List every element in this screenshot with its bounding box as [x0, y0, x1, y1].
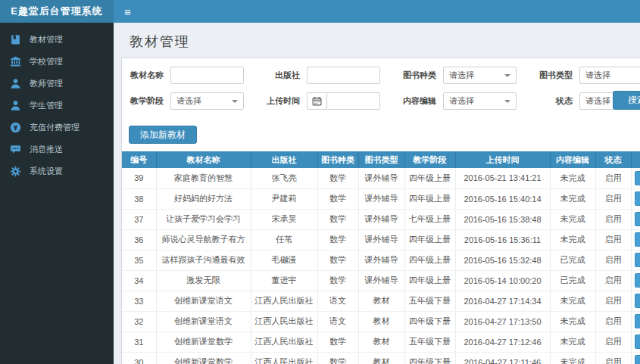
- table-body: 39家庭教育的智慧张飞亮数学课外辅导四年级上册2016-05-21 13:41:…: [122, 168, 640, 364]
- filter-row-2: 教学阶段 请选择 上传时间 内容编辑 请选择: [129, 92, 640, 110]
- cell-book-type: 课外辅导: [358, 250, 404, 270]
- sidebar-item-student-management[interactable]: 学生管理: [0, 95, 114, 117]
- sidebar-item-teacher-management[interactable]: 教师管理: [0, 73, 114, 95]
- row-action-button[interactable]: [635, 253, 640, 267]
- row-action-button[interactable]: [635, 232, 640, 247]
- cell-actions: [631, 250, 640, 270]
- payment-icon: [10, 122, 21, 133]
- textbook-table: 编号 教材名称 出版社 图书种类 图书类型 教学阶段 上传时间 内容编辑 状态 …: [122, 151, 640, 364]
- sidebar-item-system-settings[interactable]: 系统设置: [0, 160, 114, 182]
- cell-teaching-stage: 四年级下册: [404, 352, 455, 364]
- cell-upload-time: 2016-05-16 15:32:48: [455, 250, 550, 270]
- cell-status: 启用: [595, 250, 631, 270]
- row-action-button[interactable]: [635, 171, 640, 185]
- cell-book-type: 教材: [358, 331, 404, 352]
- cell-id: 31: [122, 331, 156, 352]
- selected-value: 请选择: [585, 95, 610, 107]
- row-action-button[interactable]: [635, 355, 640, 364]
- cell-textbook-name: 家庭教育的智慧: [156, 168, 251, 188]
- cell-textbook-name: 这样跟孩子沟通最有效: [156, 250, 251, 270]
- calendar-icon[interactable]: [307, 92, 326, 110]
- sidebar-item-payment-management[interactable]: 充值付费管理: [0, 117, 114, 138]
- cell-upload-time: 2016-05-16 15:40:14: [455, 188, 550, 209]
- cell-publisher: 江西人民出版社: [251, 352, 317, 364]
- search-button[interactable]: 搜索: [613, 91, 640, 110]
- upload-time-field: [307, 92, 380, 110]
- sidebar-item-label: 学生管理: [30, 100, 63, 111]
- sidebar-item-message-push[interactable]: 消息推送: [0, 138, 114, 160]
- content-edit-select[interactable]: 请选择: [443, 92, 517, 110]
- column-content-edit: 内容编辑: [550, 151, 595, 168]
- cell-status: 启用: [595, 352, 631, 364]
- filter-label: 内容编辑: [401, 95, 436, 107]
- cell-status: 启用: [595, 229, 631, 250]
- filter-book-category: 图书种类 请选择: [401, 67, 517, 84]
- cell-id: 39: [122, 168, 156, 188]
- page-title: 教材管理: [114, 23, 640, 58]
- cell-id: 34: [122, 270, 156, 291]
- chevron-down-icon: [504, 100, 510, 103]
- cell-teaching-stage: 四年级上册: [404, 168, 455, 188]
- cell-actions: [631, 352, 640, 364]
- row-action-button[interactable]: [635, 294, 640, 308]
- cell-upload-time: 2016-04-27 17:13:50: [455, 311, 550, 331]
- filter-label: 图书类型: [538, 70, 573, 81]
- cell-book-category: 语文: [317, 291, 358, 311]
- add-textbook-button[interactable]: 添加新教材: [129, 126, 197, 144]
- cell-publisher: 董进宇: [251, 270, 317, 291]
- column-publisher: 出版社: [251, 151, 317, 168]
- row-action-button[interactable]: [635, 314, 640, 328]
- cell-book-type: 教材: [358, 311, 404, 331]
- table-row: 34激发无限董进宇数学课外辅导四年级上册2016-05-14 10:00:20已…: [122, 270, 640, 291]
- cell-teaching-stage: 五年级下册: [404, 331, 455, 352]
- sidebar-item-label: 系统设置: [30, 166, 63, 177]
- row-action-button[interactable]: [635, 191, 640, 206]
- book-type-select[interactable]: 请选择: [579, 67, 640, 84]
- cell-id: 37: [122, 209, 156, 229]
- cell-actions: [631, 331, 640, 352]
- cell-textbook-name: 创维新课堂语文: [156, 311, 251, 331]
- sidebar-item-label: 学校管理: [30, 56, 63, 67]
- sidebar-item-school-management[interactable]: 学校管理: [0, 51, 114, 73]
- filter-label: 出版社: [265, 70, 300, 81]
- cell-upload-time: 2016-04-27 17:14:34: [455, 291, 550, 311]
- filter-publisher: 出版社: [265, 67, 380, 84]
- cell-content-edit: 已完成: [550, 270, 595, 291]
- cell-textbook-name: 激发无限: [156, 270, 251, 291]
- cell-book-category: 数学: [317, 209, 358, 229]
- cell-book-category: 数学: [317, 168, 358, 188]
- navbar-main: ≡: [114, 0, 640, 23]
- row-action-button[interactable]: [635, 212, 640, 226]
- teaching-stage-select[interactable]: 请选择: [170, 92, 244, 110]
- cell-actions: [631, 229, 640, 250]
- textbook-name-input[interactable]: [170, 67, 244, 84]
- cell-textbook-name: 好妈妈的好方法: [156, 188, 251, 209]
- cell-status: 启用: [595, 291, 631, 311]
- table-row: 31创维新课堂数学江西人民出版社数学教材五年级下册2016-04-27 17:1…: [122, 331, 640, 352]
- filter-label: 教材名称: [129, 70, 164, 81]
- book-category-select[interactable]: 请选择: [443, 67, 517, 84]
- cell-status: 启用: [595, 331, 631, 352]
- cell-book-category: 数学: [317, 270, 358, 291]
- teacher-icon: [10, 78, 21, 89]
- cell-id: 32: [122, 311, 156, 331]
- sidebar-item-textbook-management[interactable]: 教材管理: [0, 29, 114, 51]
- table-row: 35这样跟孩子沟通最有效毛樾漫数学课外辅导四年级上册2016-05-16 15:…: [122, 250, 640, 270]
- hamburger-icon[interactable]: ≡: [114, 0, 142, 23]
- column-textbook-name: 教材名称: [156, 151, 251, 168]
- cell-id: 30: [122, 352, 156, 364]
- cell-id: 33: [122, 291, 156, 311]
- upload-time-input[interactable]: [326, 92, 380, 110]
- table-row: 33创维新课堂语文江西人民出版社语文教材五年级下册2016-04-27 17:1…: [122, 291, 640, 311]
- row-action-button[interactable]: [635, 334, 640, 349]
- cell-book-type: 课外辅导: [358, 209, 404, 229]
- school-icon: [10, 56, 21, 67]
- publisher-input[interactable]: [307, 67, 380, 84]
- filter-teaching-stage: 教学阶段 请选择: [129, 92, 244, 110]
- cell-textbook-name: 创维新课堂数学: [156, 352, 251, 364]
- cell-publisher: 宋承昊: [251, 209, 317, 229]
- cell-content-edit: 已完成: [550, 250, 595, 270]
- table-row: 32创维新课堂语文江西人民出版社语文教材四年级下册2016-04-27 17:1…: [122, 311, 640, 331]
- table-row: 39家庭教育的智慧张飞亮数学课外辅导四年级上册2016-05-21 13:41:…: [122, 168, 640, 188]
- row-action-button[interactable]: [635, 273, 640, 288]
